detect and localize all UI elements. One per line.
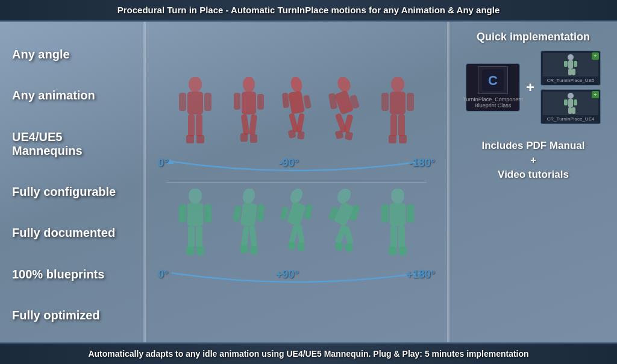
quick-impl-title: Quick implementation [477, 31, 590, 43]
svg-rect-75 [407, 204, 414, 222]
svg-rect-36 [390, 115, 397, 136]
svg-rect-64 [297, 242, 305, 251]
blueprint-node-label: TurnInPlace_Component [463, 96, 523, 102]
bottom-banner-text: Automatically adapts to any idle animati… [88, 349, 528, 359]
svg-rect-38 [389, 135, 396, 143]
top-banner: Procedural Turn in Place - Automatic Tur… [0, 0, 617, 22]
svg-rect-93 [574, 99, 577, 105]
svg-rect-77 [390, 226, 397, 248]
mannequin-cards: CR_TurnInPlace_UE5 + [540, 51, 601, 124]
svg-rect-2 [179, 93, 186, 111]
svg-rect-17 [288, 90, 305, 114]
mannequin-ue4-image [543, 92, 598, 115]
left-panel: Any angle Any animation UE4/UE5 Mannequi… [0, 22, 145, 342]
center-separator [166, 182, 427, 183]
svg-rect-44 [204, 204, 211, 222]
svg-rect-70 [343, 225, 353, 245]
svg-rect-92 [564, 99, 568, 105]
svg-rect-56 [250, 246, 257, 254]
svg-rect-94 [568, 107, 572, 114]
svg-rect-78 [398, 226, 405, 248]
svg-rect-25 [334, 90, 354, 115]
svg-point-90 [568, 93, 574, 99]
svg-point-0 [189, 77, 202, 92]
svg-point-16 [289, 77, 304, 93]
green-figure-0 [168, 189, 222, 267]
svg-rect-54 [249, 225, 257, 246]
bottom-animation-section: 0° +90° +180° [152, 189, 441, 287]
svg-rect-34 [407, 93, 414, 111]
includes-pdf-line: Includes PDF Manual [482, 139, 585, 153]
svg-text:C: C [488, 73, 498, 88]
svg-rect-18 [282, 92, 289, 108]
feature-documented: Fully documented [12, 224, 131, 242]
svg-rect-95 [572, 107, 575, 114]
quick-impl-row: C TurnInPlace_Component Blueprint Class … [466, 51, 601, 124]
svg-rect-63 [288, 241, 296, 250]
blueprint-node: C TurnInPlace_Component Blueprint Class [466, 63, 520, 111]
svg-rect-33 [390, 92, 406, 115]
svg-rect-91 [568, 99, 573, 107]
svg-rect-35 [381, 93, 389, 111]
svg-rect-48 [196, 246, 204, 255]
mannequin-ue5-image [543, 53, 598, 77]
plus-sign: + [526, 79, 534, 96]
svg-rect-7 [196, 135, 204, 143]
svg-rect-43 [179, 204, 186, 222]
svg-rect-5 [196, 115, 202, 136]
svg-rect-51 [257, 204, 265, 221]
blueprint-node-icon: C [478, 66, 508, 94]
svg-rect-58 [287, 201, 306, 226]
mannequin-ue4-add[interactable]: + [592, 91, 599, 98]
svg-rect-31 [345, 131, 353, 140]
mannequin-ue5-figure [562, 54, 580, 76]
green-figures-row [152, 189, 441, 267]
bottom-angle-180: +180° [406, 268, 435, 281]
red-figure-135 [320, 77, 368, 155]
feature-blueprints: 100% blueprints [12, 265, 131, 284]
bottom-angle-0: 0° [158, 268, 168, 281]
svg-rect-88 [568, 69, 572, 75]
svg-rect-74 [390, 203, 406, 226]
top-angle-90: -90° [278, 157, 298, 169]
svg-point-32 [391, 77, 404, 92]
top-banner-text: Procedural Turn in Place - Automatic Tur… [117, 5, 500, 15]
svg-rect-47 [186, 246, 194, 255]
svg-rect-79 [389, 246, 396, 255]
svg-rect-55 [240, 245, 248, 253]
svg-rect-4 [188, 115, 195, 136]
feature-ue-mannequins: UE4/UE5 Mannequins [12, 128, 131, 160]
green-figure-180 [371, 189, 425, 267]
svg-rect-21 [296, 113, 304, 133]
red-figures-row [152, 77, 441, 155]
green-figure-45 [225, 189, 273, 267]
red-figure-45 [225, 77, 273, 155]
svg-rect-87 [574, 61, 577, 67]
red-figure-90 [275, 77, 318, 155]
svg-rect-29 [343, 114, 353, 133]
svg-rect-23 [297, 131, 305, 139]
mannequin-ue4-card: CR_TurnInPlace_UE4 + [540, 89, 601, 124]
svg-rect-59 [304, 204, 313, 219]
svg-rect-45 [188, 226, 195, 248]
bottom-angle-90: +90° [276, 268, 299, 281]
mannequin-ue5-label: CR_TurnInPlace_UE5 [547, 78, 595, 83]
includes-plus-line: + [482, 153, 585, 168]
svg-rect-12 [241, 114, 250, 135]
svg-rect-62 [296, 224, 304, 244]
svg-rect-53 [241, 225, 250, 246]
mannequin-ue5-add[interactable]: + [592, 52, 599, 60]
right-panel: Quick implementation C TurnInPlace_Compo… [448, 22, 617, 342]
red-figure-180 [371, 77, 425, 155]
mannequin-ue4-figure [562, 93, 580, 115]
svg-point-73 [391, 189, 404, 204]
main-container: Procedural Turn in Place - Automatic Tur… [0, 0, 617, 364]
svg-point-49 [241, 189, 257, 205]
top-animation-section: 0° -90° -180° [152, 77, 441, 176]
svg-rect-14 [240, 133, 248, 142]
bottom-banner: Automatically adapts to any idle animati… [0, 342, 617, 364]
feature-optimized: Fully optimized [12, 306, 131, 325]
green-figure-135 [320, 189, 368, 267]
svg-rect-71 [334, 241, 343, 251]
svg-rect-76 [381, 204, 389, 222]
